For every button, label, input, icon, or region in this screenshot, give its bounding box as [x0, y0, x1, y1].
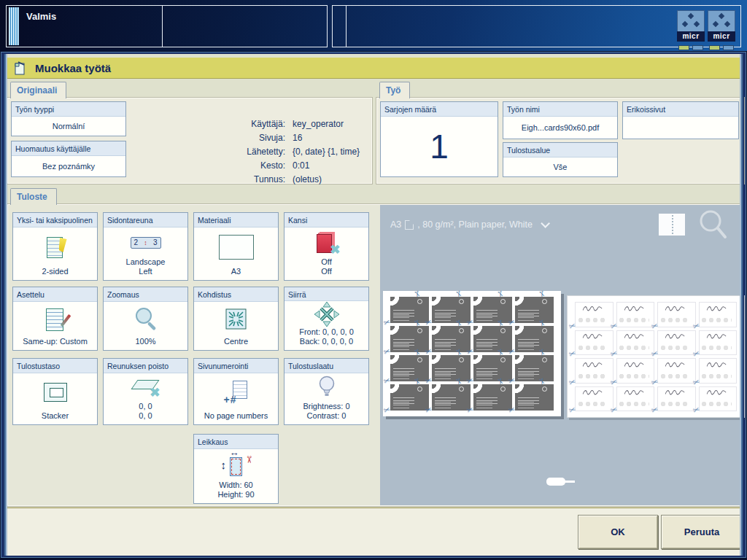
cancel-button[interactable]: Peruuta [661, 515, 743, 549]
info-value: {0, date} {1, time} [293, 145, 360, 159]
layout-icon [46, 308, 65, 331]
back-card: ✂ [699, 302, 738, 327]
tile-header: Yksi- tai kaksipuolinen [13, 213, 97, 228]
note-to-user-tile[interactable]: Huomautus käyttäjälle Bez poznámky [11, 141, 126, 177]
back-card: ✂ [616, 330, 655, 356]
info-value: (oletus) [293, 173, 322, 187]
shift-tile[interactable]: Siirrä Front: 0, 0, 0, 0 Back: 0, 0, 0, … [284, 287, 369, 351]
print-range-tile[interactable]: Tulostusalue Vše [503, 142, 618, 177]
status-tab-group-right[interactable]: micr micr [332, 5, 741, 47]
preview-page-front: ✂✂✂✂✂✂✂✂✂✂✂✂✂✂✂✂✂✂✂✂✂✂✂✂✂✂✂✂✂✂✂✂ [383, 291, 561, 416]
back-card: ✂ [616, 302, 655, 327]
tile-header: Kohdistus [194, 287, 278, 302]
back-card: ✂ [657, 330, 696, 356]
print-preview-area: A3 , 80 g/m², Plain paper, White ✂✂✂✂✂✂✂… [380, 205, 742, 505]
tile-header: Työn nimi [503, 102, 617, 117]
front-card: ✂✂ [515, 297, 554, 323]
sheet-icon [405, 220, 414, 230]
divider [346, 6, 347, 47]
trim-tile[interactable]: Leikkaus ↔ ↕ ✂ Width: 60 Height: 90 [193, 434, 279, 504]
info-label: Sivuja: [117, 131, 285, 145]
top-status-bar: Valmis micr micr [0, 0, 747, 51]
job-info-block: Käyttäjä:key_operator Sivuja:16 Lähetett… [117, 117, 365, 187]
grip-stripes-icon [9, 7, 19, 45]
info-value: key_operator [293, 117, 344, 131]
binding-edge-tile[interactable]: Sidontareuna 2↕3 Landscape Left [103, 212, 188, 281]
front-card: ✂✂ [515, 384, 554, 411]
tile-header: Kansi [285, 213, 368, 228]
duplex-tile[interactable]: Yksi- tai kaksipuolinen 2-sided [12, 212, 98, 281]
align-centre-icon [225, 308, 247, 330]
tile-header: Sivunumerointi [194, 359, 278, 373]
micr-printer-icon[interactable]: micr [677, 10, 705, 50]
tile-header: Huomautus käyttäjälle [12, 141, 125, 156]
tile-value: Same-up: Custom [13, 337, 97, 350]
sets-count-value: 1 [381, 117, 498, 176]
micr-label: micr [708, 31, 735, 42]
edit-job-icon [14, 61, 27, 75]
divider [162, 6, 163, 47]
duplex-sheet-icon [47, 236, 64, 258]
info-value: 16 [293, 131, 302, 145]
chevron-down-icon [541, 219, 550, 228]
job-type-tile[interactable]: Työn tyyppi Normální [11, 101, 126, 136]
tile-header: Tulostuslaatu [285, 359, 368, 373]
tile-value: 2-sided [13, 267, 97, 280]
cover-off-icon [315, 231, 338, 254]
edge-erase-tile[interactable]: Reunuksen poisto 0, 0 0, 0 [103, 358, 188, 425]
tab-tuloste[interactable]: Tuloste [10, 188, 57, 205]
page-numbering-tile[interactable]: Sivunumerointi +# No page numbers [193, 358, 279, 425]
spread-view-icon[interactable] [659, 214, 685, 236]
special-pages-tile[interactable]: Erikoissivut [622, 101, 739, 139]
number-of-sets-tile[interactable]: Sarjojen määrä 1 [380, 101, 498, 177]
tile-value: 100% [104, 337, 187, 350]
ok-button[interactable]: OK [578, 515, 658, 549]
binding-flip-icon: ↕ [144, 239, 147, 246]
dialog-title: Muokkaa työtä [35, 62, 111, 74]
bulb-icon [317, 376, 336, 400]
tile-value: Width: 60 Height: 90 [194, 481, 278, 503]
preview-zoom-icon[interactable] [698, 209, 727, 240]
layout-tile[interactable]: Asettelu Same-up: Custom [12, 287, 98, 351]
info-label: Käyttäjä: [117, 117, 285, 131]
status-tab-group-left[interactable]: Valmis [6, 5, 328, 47]
output-tray-tile[interactable]: Tulostustaso Stacker [12, 358, 98, 425]
tile-header: Työn tyyppi [12, 102, 125, 117]
front-card: ✂✂ [515, 355, 554, 381]
tile-header: Siirrä [285, 287, 368, 301]
page-number-glyphs: +# [224, 394, 237, 405]
media-tile[interactable]: Materiaali A3 [193, 212, 279, 281]
tab-tyo[interactable]: Työ [379, 82, 410, 98]
tile-header: Tulostusalue [503, 143, 617, 158]
alignment-tile[interactable]: Kohdistus Centre [193, 287, 279, 351]
preview-page-back: ✂✂✂✂✂✂✂✂✂✂✂✂✂✂✂✂ [567, 295, 745, 418]
micr-dots-icon [708, 10, 735, 31]
micr-status-leds [708, 45, 735, 50]
tile-value: Stacker [13, 411, 97, 424]
tile-value: No page numbers [194, 411, 278, 424]
edge-erase-icon [131, 376, 160, 400]
zoom-tile[interactable]: Zoomaus 100% [103, 287, 188, 351]
back-card: ✂ [699, 386, 738, 412]
tile-header: Sidontareuna [104, 213, 187, 228]
job-name-tile[interactable]: Työn nimi Eigh...cards90x60.pdf [503, 101, 618, 139]
trim-scissors-icon: ↔ ↕ ✂ [222, 451, 250, 479]
print-quality-tile[interactable]: Tulostuslaatu Brightness: 0 Contrast: 0 [284, 358, 369, 425]
media-selector[interactable]: A3 , 80 g/m², Plain paper, White [390, 219, 547, 230]
edit-job-dialog: Muokkaa työtä Originaali Työn tyyppi Nor… [1, 52, 746, 557]
plug-handle-icon [546, 478, 565, 486]
tab-originaali[interactable]: Originaali [10, 82, 66, 98]
tile-header: Tulostustaso [13, 359, 97, 373]
tile-value: Front: 0, 0, 0, 0 Back: 0, 0, 0, 0 [285, 327, 368, 350]
info-value: 0:01 [293, 159, 309, 173]
binding-num-right: 3 [153, 238, 158, 246]
binding-num-left: 2 [134, 238, 139, 246]
back-card: ✂ [699, 330, 738, 356]
binding-edge-icon: 2↕3 [131, 237, 161, 249]
cover-tile[interactable]: Kansi Off Off [284, 212, 369, 281]
tile-header: Asettelu [13, 287, 97, 302]
preview-front-grid: ✂✂✂✂✂✂✂✂✂✂✂✂✂✂✂✂✂✂✂✂✂✂✂✂✂✂✂✂✂✂✂✂ [390, 297, 554, 411]
micr-printer-icon[interactable]: micr [708, 10, 735, 50]
tile-header: Zoomaus [104, 287, 187, 302]
tile-value: Brightness: 0 Contrast: 0 [285, 402, 368, 424]
